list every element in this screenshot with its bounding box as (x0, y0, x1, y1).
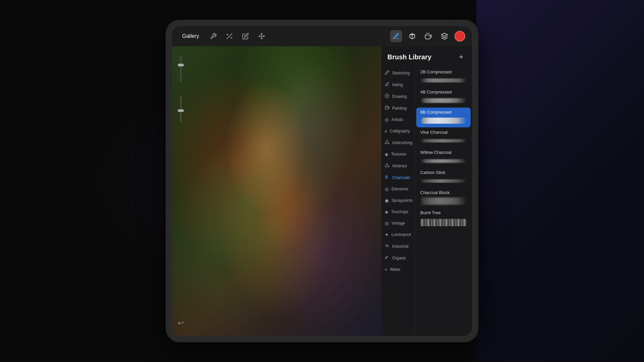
sidebar-item-touchups[interactable]: ◈ Touchups (381, 206, 415, 218)
brush-tool-button[interactable] (422, 30, 434, 42)
drawing-icon (385, 94, 389, 99)
vintage-label: Vintage (391, 221, 405, 226)
sidebar-item-inking[interactable]: Inking (381, 79, 415, 90)
sidebar-item-elements[interactable]: ◎ Elements (381, 183, 415, 195)
transform-icon[interactable] (256, 31, 267, 42)
undo-button[interactable]: ↩ (175, 317, 187, 329)
top-left-tools: Gallery (179, 31, 267, 42)
painting-icon (385, 105, 389, 111)
brush-name-carbon: Carbon Stick (420, 170, 467, 175)
opacity-slider-container (180, 96, 182, 123)
ipad-screen: Gallery (172, 26, 472, 336)
textures-icon: ◈ (385, 152, 388, 157)
water-label: Water (390, 267, 401, 272)
artistic-label: Artistic (391, 117, 404, 122)
painting-label: Painting (392, 106, 407, 111)
canvas-area[interactable]: ↩ (172, 46, 381, 336)
vintage-icon: ◎ (385, 221, 389, 226)
drawing-label: Drawing (392, 94, 407, 99)
artwork (172, 46, 381, 336)
stroke-carbon (420, 179, 467, 183)
stroke-charcoal-block (420, 197, 467, 205)
artistic-icon: ◎ (385, 117, 389, 122)
brush-name-burnt-tree: Burnt Tree (420, 210, 467, 215)
luminance-icon: ✦ (385, 232, 389, 237)
svg-line-21 (385, 244, 386, 244)
sidebar-item-airbrushing[interactable]: Airbrushing (381, 137, 415, 148)
sidebar-item-spraypaints[interactable]: ◉ Spraypaints (381, 195, 415, 206)
svg-line-22 (388, 247, 389, 247)
abstract-icon (385, 163, 389, 169)
sidebar-item-painting[interactable]: Painting (381, 102, 415, 114)
brush-item-charcoal-block[interactable]: Charcoal Block (416, 188, 471, 208)
stroke-6b (420, 118, 467, 124)
charcoals-label: Charcoals (392, 175, 410, 180)
elements-label: Elements (391, 187, 408, 191)
brush-name-vine: Vine Charcoal (420, 130, 467, 135)
selection-icon[interactable] (240, 31, 251, 42)
sidebar-item-organic[interactable]: Organic (381, 252, 415, 264)
sidebar-item-sketching[interactable]: Sketching (381, 67, 415, 79)
brush-preview-2b (420, 76, 467, 85)
brush-item-willow[interactable]: Willow Charcoal (416, 148, 471, 168)
textures-label: Textures (391, 152, 406, 157)
inking-label: Inking (392, 82, 403, 87)
spraypaints-icon: ◉ (385, 198, 389, 203)
sidebar-item-drawing[interactable]: Drawing (381, 90, 415, 102)
brush-item-carbon[interactable]: Carbon Stick (416, 168, 471, 188)
add-brush-button[interactable]: + (457, 52, 466, 62)
brush-size-thumb (178, 64, 184, 66)
sidebar-item-textures[interactable]: ◈ Textures (381, 148, 415, 160)
touchups-icon: ◈ (385, 209, 388, 215)
sketching-icon (385, 70, 389, 76)
sidebar-item-abstract[interactable]: Abstract (381, 160, 415, 172)
inking-icon (385, 82, 389, 87)
brush-panel-header: Brush Library + (381, 46, 472, 66)
brush-preview-carbon (420, 176, 467, 186)
organic-label: Organic (392, 256, 406, 260)
airbrushing-icon (385, 140, 389, 145)
brush-item-4b[interactable]: 4B Compressed (416, 87, 471, 107)
water-icon: ≈ (385, 267, 387, 272)
sidebar-item-luminance[interactable]: ✦ Luminance (381, 229, 415, 240)
brush-list: 2B Compressed 4B Compressed (415, 66, 472, 336)
sidebar-item-artistic[interactable]: ◎ Artistic (381, 114, 415, 125)
brush-name-2b: 2B Compressed (420, 69, 467, 74)
brush-item-burnt-tree[interactable]: Burnt Tree (416, 208, 471, 231)
stroke-willow (420, 159, 467, 163)
ipad-frame: Gallery (166, 20, 478, 342)
layers-tool-button[interactable] (438, 30, 450, 42)
svg-marker-15 (385, 140, 389, 144)
pen-tool-button[interactable] (406, 30, 418, 42)
sidebar-item-calligraphy[interactable]: a Calligraphy (381, 125, 415, 137)
brush-item-2b[interactable]: 2B Compressed (416, 67, 471, 87)
pencil-tool-button[interactable] (390, 30, 402, 42)
stroke-burnt (420, 219, 467, 226)
stroke-4b (420, 98, 467, 103)
brush-preview-vine (420, 136, 467, 145)
brush-item-6b[interactable]: 6B Compressed (416, 108, 471, 127)
brush-preview-willow (420, 156, 467, 166)
calligraphy-label: Calligraphy (390, 129, 410, 133)
sidebar-item-water[interactable]: ≈ Water (381, 264, 415, 275)
opacity-slider[interactable] (180, 96, 182, 123)
gallery-button[interactable]: Gallery (179, 31, 203, 41)
brush-preview-charcoal-block (420, 196, 467, 206)
svg-marker-8 (441, 33, 447, 36)
brush-size-slider-container (180, 56, 182, 82)
sketching-label: Sketching (392, 71, 410, 75)
brush-item-vine[interactable]: Vine Charcoal (416, 128, 471, 147)
color-picker-button[interactable] (454, 31, 465, 42)
organic-icon (385, 255, 389, 261)
brush-size-slider[interactable] (180, 56, 182, 82)
spraypaints-label: Spraypaints (391, 198, 413, 203)
sidebar-item-charcoals[interactable]: Charcoals (381, 172, 415, 183)
airbrushing-label: Airbrushing (392, 140, 413, 145)
wrench-icon[interactable] (208, 31, 219, 42)
sidebar-item-industrial[interactable]: Industrial (381, 240, 415, 252)
sidebar-item-vintage[interactable]: ◎ Vintage (381, 218, 415, 229)
brush-name-4b: 4B Compressed (420, 89, 467, 95)
industrial-label: Industrial (392, 244, 409, 249)
abstract-label: Abstract (392, 164, 407, 168)
magic-wand-icon[interactable] (224, 31, 235, 42)
